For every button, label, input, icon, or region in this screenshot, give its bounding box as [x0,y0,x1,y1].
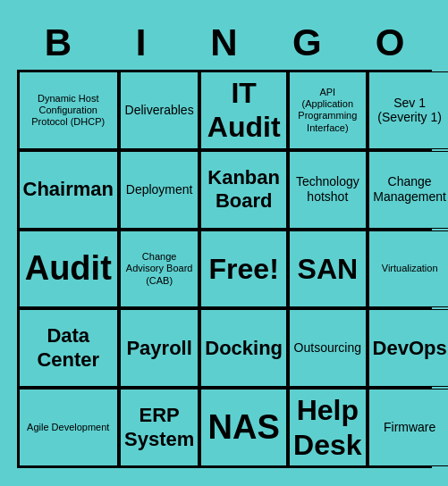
cell-r3-c4: DevOps [368,309,448,387]
bingo-grid: Dynamic Host Configuration Protocol (DHC… [17,70,432,468]
cell-r2-c3: SAN [289,230,367,308]
cell-label: Technology hotshot [293,174,362,205]
cell-r2-c2: Free! [200,230,287,308]
cell-label: Sev 1 (Severity 1) [373,96,447,126]
cell-r3-c1: Payroll [120,309,199,387]
cell-r0-c2: IT Audit [200,71,287,149]
cell-label: Change Management [373,174,447,205]
cell-r0-c1: Deliverables [120,71,199,149]
cell-label: ERP System [124,404,194,451]
cell-r1-c1: Deployment [120,151,199,229]
cell-label: Outsourcing [294,340,361,356]
cell-r3-c3: Outsourcing [289,309,367,387]
cell-label: Free! [209,252,279,286]
cell-label: Chairman [23,178,114,201]
cell-label: API (Application Programming Interface) [293,87,362,134]
cell-label: Docking [205,337,283,360]
header-letter: G [266,18,349,68]
cell-label: Agile Development [27,422,109,433]
cell-r2-c1: Change Advisory Board (CAB) [120,230,199,308]
bingo-header: BINGO [17,18,432,68]
cell-label: Change Advisory Board (CAB) [124,251,194,287]
cell-label: Audit [25,248,112,289]
cell-r4-c4: Firmware [368,389,448,466]
cell-label: Payroll [126,337,191,360]
cell-r0-c0: Dynamic Host Configuration Protocol (DHC… [19,71,118,149]
cell-r4-c3: Help Desk [289,389,367,466]
cell-label: Virtualization [382,263,438,274]
cell-label: IT Audit [205,76,283,145]
cell-label: Kanban Board [205,166,283,214]
cell-r1-c3: Technology hotshot [289,151,367,229]
cell-label: Dynamic Host Configuration Protocol (DHC… [23,93,114,129]
cell-r4-c1: ERP System [120,389,199,466]
header-letter: N [182,18,266,68]
cell-r3-c0: Data Center [19,309,118,387]
cell-r0-c3: API (Application Programming Interface) [289,71,367,149]
cell-label: SAN [298,252,359,286]
cell-r2-c4: Virtualization [368,230,448,308]
cell-r2-c0: Audit [19,230,118,308]
header-letter: B [17,18,100,68]
cell-r1-c4: Change Management [368,151,448,229]
cell-r4-c0: Agile Development [19,389,118,466]
cell-label: Deliverables [125,103,194,118]
cell-r1-c0: Chairman [19,151,118,229]
cell-label: Deployment [126,182,193,197]
header-letter: I [99,18,182,68]
cell-label: Firmware [384,420,435,435]
cell-label: DevOps [373,337,447,360]
cell-label: Data Center [23,324,114,372]
cell-r4-c2: NAS [200,389,287,466]
cell-r0-c4: Sev 1 (Severity 1) [368,71,448,149]
cell-r3-c2: Docking [200,309,287,387]
cell-label: NAS [208,407,280,448]
bingo-card: BINGO Dynamic Host Configuration Protoco… [10,11,439,475]
header-letter: O [349,18,432,68]
cell-r1-c2: Kanban Board [200,151,287,229]
cell-label: Help Desk [293,393,362,462]
